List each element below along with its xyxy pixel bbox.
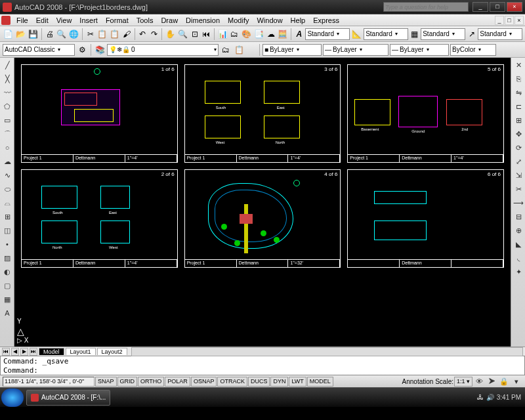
hatch-icon[interactable]: ▨	[1, 252, 13, 264]
circle-icon[interactable]: ○	[1, 142, 13, 154]
layer-combo[interactable]: 💡❄🔒 0▾	[107, 44, 219, 56]
mirror-icon[interactable]: ⇋	[513, 87, 524, 98]
chamfer-icon[interactable]: ◣	[513, 238, 524, 250]
mdi-close-button[interactable]: ×	[514, 16, 524, 25]
mleaderstyle-icon[interactable]: ↗	[467, 28, 476, 40]
line-icon[interactable]: ╱	[1, 59, 13, 71]
markup-icon[interactable]: ☁	[266, 28, 276, 40]
offset-icon[interactable]: ⊏	[513, 100, 524, 112]
tablestyle-combo[interactable]: Standard▾	[421, 28, 465, 40]
layer-manager-icon[interactable]: 📚	[94, 44, 106, 56]
sheet-set-icon[interactable]: 📑	[253, 28, 264, 40]
tablestyle-icon[interactable]: ▦	[410, 28, 419, 40]
tab-model[interactable]: Model	[39, 348, 64, 355]
zoom-previous-icon[interactable]: ⏮	[201, 28, 211, 40]
tray-network-icon[interactable]: 🖧	[477, 394, 484, 401]
tab-layout2[interactable]: Layout2	[97, 348, 127, 355]
print-preview-icon[interactable]: 🔍	[56, 28, 67, 40]
toggle-grid[interactable]: GRID	[117, 377, 138, 387]
tool-palettes-icon[interactable]: 🎨	[241, 28, 252, 40]
zoom-realtime-icon[interactable]: 🔍	[177, 28, 188, 40]
redo-icon[interactable]: ↷	[149, 28, 159, 40]
dimstyle-icon[interactable]: 📐	[351, 28, 362, 40]
table-icon[interactable]: ▦	[1, 293, 13, 305]
publish-icon[interactable]: 🌐	[68, 28, 79, 40]
extend-icon[interactable]: ⟶	[513, 197, 524, 209]
print-icon[interactable]: 🖨	[45, 28, 54, 40]
ellipse-icon[interactable]: ⬭	[1, 183, 13, 195]
stretch-icon[interactable]: ⇲	[513, 169, 524, 181]
workspace-settings-icon[interactable]: ⚙	[76, 44, 88, 56]
ellipse-arc-icon[interactable]: ⌓	[1, 197, 13, 209]
array-icon[interactable]: ⊞	[513, 114, 524, 126]
save-icon[interactable]: 💾	[28, 28, 39, 40]
zoom-window-icon[interactable]: ⊡	[190, 28, 200, 40]
polygon-icon[interactable]: ⬠	[1, 100, 13, 112]
region-icon[interactable]: ▢	[1, 280, 13, 291]
toggle-snap[interactable]: SNAP	[95, 377, 117, 387]
menu-express[interactable]: Express	[309, 16, 343, 25]
toggle-otrack[interactable]: OTRACK	[217, 377, 247, 387]
textstyle-a-icon[interactable]: A	[294, 28, 304, 40]
fillet-icon[interactable]: ◟	[513, 252, 524, 264]
mdi-minimize-button[interactable]: _	[495, 16, 504, 25]
toggle-osnap[interactable]: OSNAP	[191, 377, 217, 387]
menu-modify[interactable]: Modify	[224, 16, 253, 25]
lineweight-combo[interactable]: — ByLayer▾	[390, 44, 449, 56]
tab-layout1[interactable]: Layout1	[66, 348, 96, 355]
insert-block-icon[interactable]: ⊞	[1, 211, 13, 222]
gradient-icon[interactable]: ◐	[1, 266, 13, 278]
drawing-canvas[interactable]: 1 of 6 Project 1 Dettmann 1"=4' 3 of 6	[14, 58, 511, 346]
start-button[interactable]	[1, 388, 24, 407]
make-block-icon[interactable]: ◫	[1, 224, 13, 236]
toggle-lwt[interactable]: LWT	[289, 377, 306, 387]
copy-icon[interactable]: 📋	[96, 28, 108, 40]
layer-previous-icon[interactable]: 🗂	[220, 44, 232, 56]
menu-window[interactable]: Window	[253, 16, 286, 25]
horizontal-scrollbar[interactable]	[131, 347, 523, 356]
mdi-restore-button[interactable]: □	[505, 16, 514, 25]
help-search-input[interactable]	[383, 2, 469, 12]
cut-icon[interactable]: ✂	[85, 28, 95, 40]
move-icon[interactable]: ✥	[513, 128, 524, 140]
new-icon[interactable]: 📄	[3, 28, 14, 40]
rotate-icon[interactable]: ⟳	[513, 142, 524, 154]
menu-format[interactable]: Format	[102, 16, 133, 25]
system-tray[interactable]: 🖧 🔊 3:41 PM	[477, 394, 524, 401]
menu-dimension[interactable]: Dimension	[182, 16, 224, 25]
properties-icon[interactable]: 📊	[217, 28, 228, 40]
autocad-menu-icon[interactable]	[1, 16, 10, 25]
revcloud-icon[interactable]: ☁	[1, 156, 13, 167]
erase-icon[interactable]: ✕	[513, 59, 524, 71]
coordinates-display[interactable]: 1188'-1 1/4", 158'-0 3/4" , 0'-0"	[3, 377, 94, 387]
anno-autoscale-icon[interactable]: ⮞	[486, 375, 497, 387]
toggle-dyn[interactable]: DYN	[270, 377, 288, 387]
dimstyle-combo[interactable]: Standard▾	[364, 28, 408, 40]
designcenter-icon[interactable]: 🗂	[230, 28, 240, 40]
scale-icon[interactable]: ⤢	[513, 156, 524, 167]
arc-icon[interactable]: ⌒	[1, 128, 13, 140]
xline-icon[interactable]: ╳	[1, 73, 13, 85]
command-line[interactable]: Command: _qsave Command:	[0, 356, 525, 375]
calc-icon[interactable]: 🧮	[277, 28, 288, 40]
polyline-icon[interactable]: 〰	[1, 87, 13, 98]
tab-next-button[interactable]: ▶	[20, 348, 28, 356]
menu-edit[interactable]: Edit	[32, 16, 52, 25]
mleaderstyle-combo[interactable]: Standard▾	[478, 28, 522, 40]
statusbar-lock-icon[interactable]: 🔒	[498, 375, 510, 387]
maximize-button[interactable]: □	[490, 2, 505, 12]
color-combo[interactable]: ■ ByLayer▾	[262, 44, 322, 56]
menu-view[interactable]: View	[52, 16, 76, 25]
toggle-ducs[interactable]: DUCS	[248, 377, 270, 387]
tray-clock[interactable]: 3:41 PM	[497, 394, 521, 401]
linetype-combo[interactable]: — ByLayer▾	[323, 44, 388, 56]
paste-icon[interactable]: 📋	[109, 28, 120, 40]
menu-help[interactable]: Help	[287, 16, 310, 25]
textstyle-combo[interactable]: Standard▾	[305, 28, 350, 40]
toggle-ortho[interactable]: ORTHO	[138, 377, 164, 387]
minimize-button[interactable]: _	[472, 2, 488, 12]
explode-icon[interactable]: ✦	[513, 266, 524, 278]
break-icon[interactable]: ⊟	[513, 211, 524, 222]
tab-prev-button[interactable]: ◀	[11, 348, 19, 356]
workspace-combo[interactable]: AutoCAD Classic▾	[3, 44, 75, 56]
